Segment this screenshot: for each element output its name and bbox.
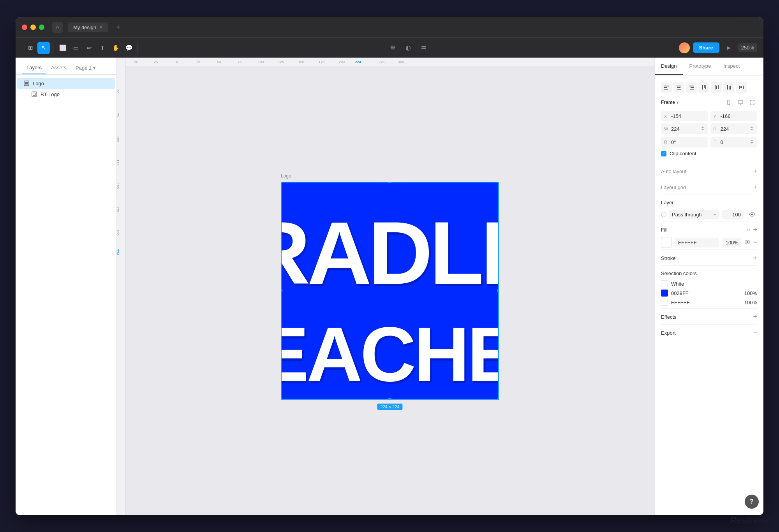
desktop-view-button[interactable] [735,97,746,107]
stroke-section: Stroke + [661,249,757,262]
zoom-level[interactable]: 250% [738,43,757,52]
home-button[interactable]: ⌂ [52,22,63,33]
text-tool-button[interactable]: T [96,42,109,54]
minimize-button[interactable] [30,25,36,30]
size-label: 224 × 224 [377,404,402,410]
fill-section: Fill ⠿ + FFFFFF 100% [661,221,757,248]
svg-rect-47 [715,85,716,90]
svg-rect-46 [705,85,706,89]
tab-close-icon[interactable]: ✕ [99,25,103,30]
layout-grid-section: Layout grid + [661,179,757,191]
white-label: White [671,281,757,287]
opacity-field[interactable]: 100 [722,210,744,219]
align-right-button[interactable] [686,82,697,93]
w-field[interactable]: W 224 [661,123,708,134]
theme-icon[interactable]: ◐ [402,42,414,54]
svg-text:200: 200 [117,230,120,235]
corner-radius-value: 0 [721,139,748,145]
white2-swatch[interactable] [661,299,668,306]
svg-rect-40 [677,89,681,90]
sel-color-white: White [661,280,757,287]
fill-add-button[interactable]: + [753,226,757,233]
shape-tool-button[interactable]: ▭ [70,42,82,54]
close-button[interactable] [22,25,27,30]
x-field[interactable]: X -154 [661,111,708,121]
fill-hex-value[interactable]: FFFFFF [675,238,719,248]
right-panel-tabs: Design Prototype Inspect [655,58,763,75]
svg-rect-48 [716,86,717,89]
pen-tool-button[interactable]: ✏ [83,42,95,54]
tab-layers[interactable]: Layers [22,61,46,74]
frame-tool-button[interactable]: ⬜ [56,42,69,54]
layer-item-bt-logo[interactable]: BT Logo [17,89,115,100]
tab-assets[interactable]: Assets [46,61,71,74]
frame-header: Frame ▾ [661,97,757,107]
canvas-area[interactable]: -50 -25 0 25 50 75 100 125 150 175 200 2… [117,58,654,515]
h-stepper[interactable] [749,125,754,132]
fill-color-swatch[interactable] [661,237,672,248]
h-field[interactable]: H 224 [710,123,758,134]
svg-rect-42 [691,87,694,88]
grid-tool-button[interactable]: ⊞ [24,42,37,54]
svg-point-59 [751,214,753,216]
help-button[interactable]: ? [745,495,759,509]
corner-stepper[interactable] [749,139,754,146]
tab-inspect[interactable]: Inspect [717,58,746,75]
active-tab[interactable]: My design ✕ [68,23,108,32]
effects-add-button[interactable]: + [753,313,757,320]
tab-design[interactable]: Design [655,58,683,75]
svg-rect-4 [32,92,37,97]
page-selector[interactable]: Page 1 ▾ [71,61,100,74]
maximize-button[interactable] [39,25,44,30]
export-add-button[interactable]: − [753,329,757,336]
fullscreen-button[interactable] [747,97,757,107]
white-swatch[interactable] [661,280,668,287]
blend-mode-select[interactable]: Pass through ▾ [669,210,719,219]
svg-rect-52 [730,86,731,90]
phone-view-button[interactable] [724,97,734,107]
shape-icon: ▭ [73,44,79,51]
svg-text:BRADLEY: BRADLEY [282,203,498,302]
frame-label-text: Frame ▾ [661,100,679,105]
tab-prototype[interactable]: Prototype [683,58,717,75]
frame-title: Frame [661,100,675,105]
play-button[interactable]: ▶ [723,42,735,54]
fill-opacity-value[interactable]: 100% [723,238,741,248]
align-left-button[interactable] [661,82,672,93]
visibility-toggle[interactable] [747,209,757,219]
layout-grid-header: Layout grid + [661,184,757,191]
align-bottom-button[interactable] [723,82,734,93]
share-button[interactable]: Share [693,42,719,53]
y-field[interactable]: Y -166 [710,111,758,121]
frame-icon [23,80,30,86]
design-frame[interactable]: BRADLEY BRADLEY BRADLEY TEACHES TEACHES … [281,182,499,400]
fill-visibility-button[interactable] [744,239,751,246]
auto-layout-title: Auto layout [661,169,686,174]
fill-remove-button[interactable]: − [754,239,757,246]
stroke-add-button[interactable]: + [753,255,757,262]
layout-grid-add-button[interactable]: + [753,184,757,191]
fill-grid-icon: ⠿ [747,227,751,233]
export-title: Export [661,330,676,336]
component-icon[interactable]: ❋ [386,42,399,54]
auto-layout-add-button[interactable]: + [753,168,757,175]
grid-icon: ⊞ [28,44,33,51]
align-top-button[interactable] [698,82,709,93]
h-label: H [714,126,719,131]
clip-content-checkbox[interactable]: ✓ [661,151,666,156]
add-tab-button[interactable]: + [113,22,123,32]
rotation-field[interactable]: R 0° [661,137,708,147]
align-center-h-button[interactable] [673,82,684,93]
align-center-v-button[interactable] [711,82,722,93]
w-stepper[interactable] [700,125,705,132]
svg-text:75: 75 [117,113,120,117]
select-tool-button[interactable]: ↖ [37,42,50,54]
frame-section: Frame ▾ [661,97,757,156]
blue-swatch[interactable] [661,290,668,297]
layers-icon[interactable] [418,42,430,54]
layer-item-logo[interactable]: Logo [17,78,115,89]
hand-tool-button[interactable]: ✋ [109,42,122,54]
corner-radius-field[interactable]: ⌒ 0 [710,137,758,147]
distribute-h-button[interactable] [736,82,747,93]
comment-tool-button[interactable]: 💬 [123,42,135,54]
